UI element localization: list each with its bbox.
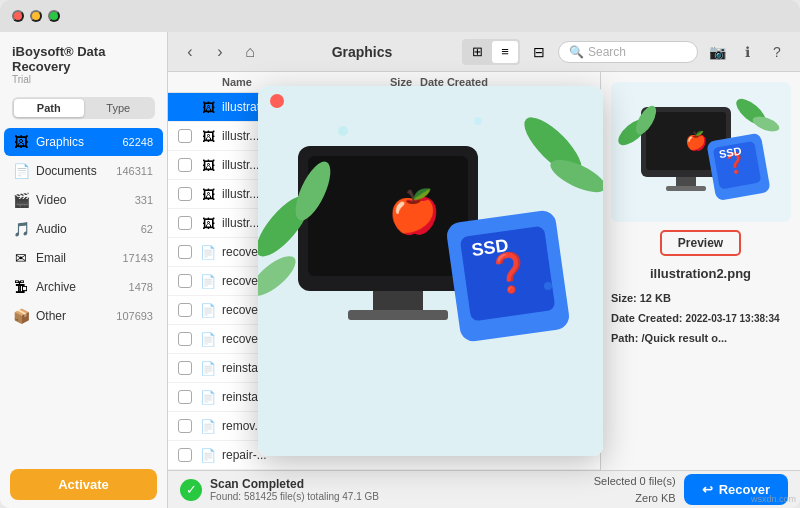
sidebar-header: iBoysoft® Data Recovery Trial — [0, 32, 167, 89]
file-type-icon: 📄 — [198, 358, 218, 378]
file-checkbox[interactable] — [178, 158, 192, 172]
filter-button[interactable]: ⊟ — [526, 39, 552, 65]
search-icon: 🔍 — [569, 45, 584, 59]
sidebar-item-label-graphics: Graphics — [36, 135, 122, 149]
sidebar-item-other[interactable]: 📦 Other 107693 — [4, 302, 163, 330]
svg-point-30 — [474, 117, 482, 125]
sidebar-item-audio[interactable]: 🎵 Audio 62 — [4, 215, 163, 243]
app-title: iBoysoft® Data Recovery — [12, 44, 155, 74]
sidebar-item-email[interactable]: ✉ Email 17143 — [4, 244, 163, 272]
selected-size: Zero KB — [594, 490, 676, 507]
type-toggle-btn[interactable]: Type — [84, 99, 154, 117]
preview-button[interactable]: Preview — [660, 230, 741, 256]
recover-icon: ↩ — [702, 482, 713, 497]
sidebar-item-icon-archive: 🗜 — [12, 278, 30, 296]
svg-text:🍎: 🍎 — [388, 187, 441, 237]
preview-meta: Size: 12 KB Date Created: 2022-03-17 13:… — [611, 289, 790, 348]
file-checkbox[interactable] — [178, 129, 192, 143]
toolbar-right-icons: 📷 ℹ ? — [704, 39, 790, 65]
sidebar-item-count-audio: 62 — [141, 223, 153, 235]
watermark: wsxdn.com — [751, 494, 796, 504]
sidebar-item-documents[interactable]: 📄 Documents 146311 — [4, 157, 163, 185]
svg-point-31 — [544, 282, 552, 290]
big-preview-image: 🍎 ❓ SSD — [258, 86, 603, 456]
view-toggle: ⊞ ≡ — [462, 39, 520, 65]
back-button[interactable]: ‹ — [178, 40, 202, 64]
grid-view-button[interactable]: ⊞ — [464, 41, 490, 63]
svg-point-29 — [338, 126, 348, 136]
svg-rect-17 — [373, 291, 423, 311]
file-type-icon: 📄 — [198, 242, 218, 262]
sidebar-item-count-documents: 146311 — [116, 165, 153, 177]
sidebar-item-count-archive: 1478 — [129, 281, 153, 293]
file-checkbox[interactable] — [178, 274, 192, 288]
file-type-icon: 🖼 — [198, 155, 218, 175]
maximize-button[interactable] — [48, 10, 60, 22]
file-type-icon: 📄 — [198, 271, 218, 291]
file-checkbox[interactable] — [178, 245, 192, 259]
file-checkbox[interactable] — [178, 448, 192, 462]
big-preview-overlay: 🍎 ❓ SSD — [258, 86, 603, 456]
svg-rect-4 — [666, 186, 706, 191]
sidebar-item-graphics[interactable]: 🖼 Graphics 62248 — [4, 128, 163, 156]
preview-filename: illustration2.png — [650, 266, 751, 281]
path-type-toggle: Path Type — [12, 97, 155, 119]
sidebar-item-icon-video: 🎬 — [12, 191, 30, 209]
sidebar-item-count-graphics: 62248 — [122, 136, 153, 148]
activate-button[interactable]: Activate — [10, 469, 157, 500]
titlebar — [0, 0, 800, 32]
sidebar-item-label-documents: Documents — [36, 164, 116, 178]
status-bar: ✓ Scan Completed Found: 581425 file(s) t… — [168, 470, 800, 508]
file-checkbox[interactable] — [178, 361, 192, 375]
preview-image-area: 🍎 ❓ SSD — [611, 82, 791, 222]
home-button[interactable]: ⌂ — [238, 40, 262, 64]
selected-info: Selected 0 file(s) Zero KB — [594, 473, 676, 506]
preview-date: Date Created: 2022-03-17 13:38:34 — [611, 309, 790, 329]
list-view-button[interactable]: ≡ — [492, 41, 518, 63]
file-checkbox[interactable] — [178, 419, 192, 433]
file-checkbox[interactable] — [178, 100, 192, 114]
forward-button[interactable]: › — [208, 40, 232, 64]
file-checkbox[interactable] — [178, 332, 192, 346]
sidebar-item-label-archive: Archive — [36, 280, 129, 294]
sidebar-item-icon-audio: 🎵 — [12, 220, 30, 238]
search-placeholder: Search — [588, 45, 626, 59]
sidebar-item-label-audio: Audio — [36, 222, 141, 236]
file-type-icon: 📄 — [198, 300, 218, 320]
file-checkbox[interactable] — [178, 390, 192, 404]
sidebar: iBoysoft® Data Recovery Trial Path Type … — [0, 32, 168, 508]
big-preview-close-button[interactable] — [270, 94, 284, 108]
sidebar-item-count-video: 331 — [135, 194, 153, 206]
svg-rect-3 — [676, 177, 696, 187]
svg-text:🍎: 🍎 — [685, 130, 708, 152]
scan-detail: Found: 581425 file(s) totaling 47.1 GB — [210, 491, 379, 502]
file-checkbox[interactable] — [178, 303, 192, 317]
preview-size: Size: 12 KB — [611, 289, 790, 309]
sidebar-items: 🖼 Graphics 62248 📄 Documents 146311 🎬 Vi… — [0, 127, 167, 461]
preview-path: Path: /Quick result o... — [611, 329, 790, 349]
sidebar-item-count-other: 107693 — [116, 310, 153, 322]
file-type-icon: 🖼 — [198, 126, 218, 146]
traffic-lights — [12, 10, 60, 22]
path-toggle-btn[interactable]: Path — [14, 99, 84, 117]
help-button[interactable]: ? — [764, 39, 790, 65]
scan-complete-icon: ✓ — [180, 479, 202, 501]
scan-label: Scan Completed — [210, 477, 379, 491]
file-checkbox[interactable] — [178, 187, 192, 201]
file-type-icon: 📄 — [198, 329, 218, 349]
info-button[interactable]: ℹ — [734, 39, 760, 65]
minimize-button[interactable] — [30, 10, 42, 22]
sidebar-item-video[interactable]: 🎬 Video 331 — [4, 186, 163, 214]
file-type-icon: 🖼 — [198, 97, 218, 117]
file-type-icon: 🖼 — [198, 213, 218, 233]
file-checkbox[interactable] — [178, 216, 192, 230]
close-button[interactable] — [12, 10, 24, 22]
file-type-icon: 🖼 — [198, 184, 218, 204]
app-subtitle: Trial — [12, 74, 155, 85]
sidebar-item-label-other: Other — [36, 309, 116, 323]
camera-button[interactable]: 📷 — [704, 39, 730, 65]
svg-rect-18 — [348, 310, 448, 320]
sidebar-item-icon-other: 📦 — [12, 307, 30, 325]
sidebar-item-archive[interactable]: 🗜 Archive 1478 — [4, 273, 163, 301]
toolbar: ‹ › ⌂ Graphics ⊞ ≡ ⊟ 🔍 Search 📷 ℹ ? — [168, 32, 800, 72]
